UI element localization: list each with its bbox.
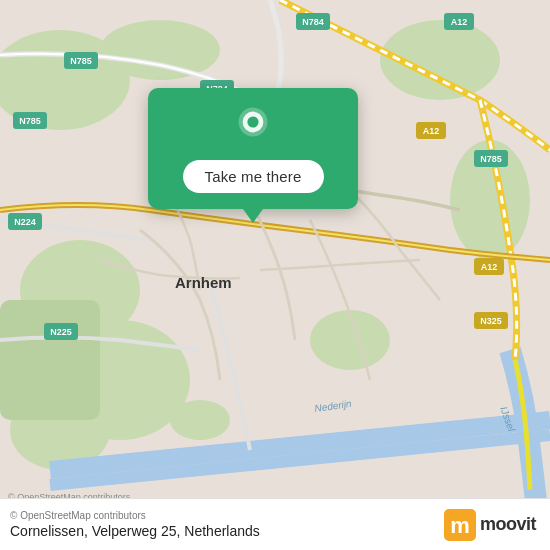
moovit-text: moovit (480, 514, 536, 535)
svg-point-39 (247, 116, 258, 127)
svg-text:N784: N784 (302, 17, 324, 27)
location-label: Cornelissen, Velperweg 25, Netherlands (10, 523, 260, 539)
svg-text:N785: N785 (480, 154, 502, 164)
svg-text:N785: N785 (19, 116, 41, 126)
svg-point-8 (170, 400, 230, 440)
svg-point-10 (310, 310, 390, 370)
svg-text:N785: N785 (70, 56, 92, 66)
svg-text:N325: N325 (480, 316, 502, 326)
bottom-left: © OpenStreetMap contributors Cornelissen… (10, 510, 260, 539)
svg-text:A12: A12 (481, 262, 498, 272)
map-container: N784 A12 N785 N785 N784 A12 N785 A12 N22… (0, 0, 550, 550)
svg-text:N225: N225 (50, 327, 72, 337)
svg-rect-9 (0, 300, 100, 420)
svg-text:m: m (450, 513, 470, 538)
take-me-there-button[interactable]: Take me there (183, 160, 324, 193)
map-svg: N784 A12 N785 N785 N784 A12 N785 A12 N22… (0, 0, 550, 550)
moovit-icon: m (444, 509, 476, 541)
svg-text:A12: A12 (423, 126, 440, 136)
popup-card: Take me there (148, 88, 358, 209)
svg-text:A12: A12 (451, 17, 468, 27)
moovit-logo: m moovit (444, 509, 536, 541)
pin-icon (231, 106, 275, 150)
osm-attribution: © OpenStreetMap contributors (10, 510, 260, 521)
bottom-bar: © OpenStreetMap contributors Cornelissen… (0, 498, 550, 550)
svg-text:N224: N224 (14, 217, 36, 227)
svg-text:Arnhem: Arnhem (175, 274, 232, 291)
svg-point-2 (100, 20, 220, 80)
